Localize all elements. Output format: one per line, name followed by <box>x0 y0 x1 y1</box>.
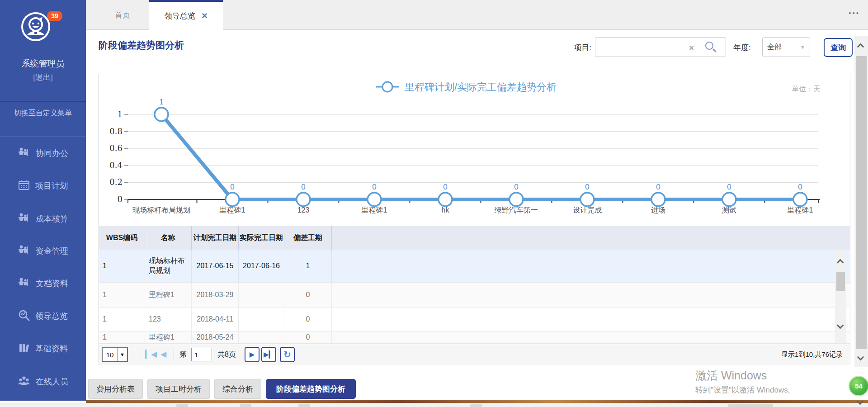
taskbar-icon[interactable] <box>176 404 188 407</box>
taskbar-tray[interactable] <box>728 404 773 407</box>
sidebar-item-4[interactable]: 资金管理 <box>0 240 86 262</box>
svg-text:里程碑1: 里程碑1 <box>788 206 813 214</box>
people-desk-icon <box>18 277 30 290</box>
svg-text:0.2: 0.2 <box>109 177 123 187</box>
svg-text:单位：天: 单位：天 <box>792 85 821 93</box>
sidebar-item-8[interactable]: 在线人员 <box>0 371 86 393</box>
pagination-summary: 显示1到10,共76记录 <box>781 350 843 359</box>
sidebar-item-1[interactable]: 协同办公 <box>0 142 86 164</box>
svg-text:0: 0 <box>118 194 123 204</box>
bottom-tab-4[interactable]: 阶段偏差趋势图分析 <box>266 379 356 399</box>
assistant-badge[interactable]: 54 <box>849 376 868 396</box>
table-row[interactable]: 1里程碑12018-05-240 <box>99 331 850 344</box>
people-desk-icon <box>18 245 30 258</box>
sidebar-item-5[interactable]: 文档资料 <box>0 273 86 294</box>
svg-text:进场: 进场 <box>651 206 665 214</box>
column-header[interactable]: WBS编码 <box>99 226 145 250</box>
bottom-tab-3[interactable]: 综合分析 <box>214 379 261 399</box>
switch-menu-link[interactable]: 切换至自定义菜单 <box>0 109 86 118</box>
next-page-button[interactable]: ▶ <box>245 347 259 362</box>
svg-text:0.6: 0.6 <box>109 143 123 153</box>
notification-badge[interactable]: 39 <box>47 11 62 21</box>
table-row[interactable]: 1现场标杆布局规划2017-06-152017-06-161 <box>99 250 850 283</box>
year-select[interactable]: 全部 ▼ <box>762 37 810 57</box>
refresh-button[interactable]: ↻ <box>280 347 295 362</box>
taskbar-icon[interactable] <box>240 404 251 407</box>
table-cell: 1 <box>284 250 332 282</box>
svg-text:0.4: 0.4 <box>109 161 123 170</box>
table-header: WBS编码名称计划完工日期实际完工日期偏差工期 <box>99 226 850 250</box>
table-cell: 里程碑1 <box>145 331 192 343</box>
sidebar: 39 系统管理员 [退出] 切换至自定义菜单 协同办公项目计划成本核算资金管理文… <box>0 0 86 401</box>
chart-magnifier-icon <box>18 309 30 323</box>
svg-text:123: 123 <box>297 206 310 214</box>
books-icon <box>18 342 30 355</box>
svg-text:0: 0 <box>372 183 376 191</box>
table-cell: 0 <box>284 331 332 343</box>
svg-text:里程碑1: 里程碑1 <box>220 206 245 214</box>
username: 系统管理员 <box>0 58 86 70</box>
table-cell: 1 <box>99 250 145 282</box>
column-header[interactable]: 偏差工期 <box>284 226 332 250</box>
pagination-bar: 10 ▼ ▎◀ ◀ 第 共8页 ▶ ▶▎ ↻ 显示1到10,共76记录 <box>99 344 850 365</box>
search-icon[interactable] <box>705 42 713 50</box>
first-page-icon[interactable]: ▎◀ <box>145 350 157 359</box>
table-row[interactable]: 11232018-04-110 <box>99 308 850 331</box>
table-cell: 0 <box>284 283 332 307</box>
total-pages-label: 共8页 <box>217 350 236 360</box>
table-cell <box>239 283 284 307</box>
sidebar-item-label: 基础资料 <box>35 343 68 354</box>
avatar[interactable] <box>21 12 51 42</box>
sidebar-item-6[interactable]: 领导总览 <box>0 305 86 327</box>
table-scroll-thumb[interactable] <box>836 272 845 291</box>
sidebar-item-label: 项目计划 <box>35 180 68 191</box>
table-cell <box>239 308 284 331</box>
tab-bar: 首页 领导总览 × ••• <box>86 0 868 30</box>
column-header[interactable]: 实际完工日期 <box>239 226 284 250</box>
bottom-tab-2[interactable]: 项目工时分析 <box>147 379 210 399</box>
table-row[interactable]: 1里程碑12018-03-290 <box>99 283 850 308</box>
year-value: 全部 <box>767 43 800 52</box>
windows-activation-title: 激活 Windows <box>695 368 767 383</box>
sidebar-item-label: 协同办公 <box>36 148 68 159</box>
sidebar-item-2[interactable]: 项目计划 <box>0 175 86 197</box>
bottom-tab-bar: 费用分析表项目工时分析综合分析阶段偏差趋势图分析 <box>88 379 356 399</box>
table-cell: 1 <box>99 283 145 307</box>
svg-text:hk: hk <box>442 206 450 214</box>
column-header[interactable]: 名称 <box>145 226 192 250</box>
sidebar-item-7[interactable]: 基础资料 <box>0 338 86 360</box>
prev-page-icon[interactable]: ◀ <box>160 350 166 359</box>
last-page-button[interactable]: ▶▎ <box>261 347 276 362</box>
sidebar-item-label: 成本核算 <box>36 213 68 224</box>
svg-text:0: 0 <box>301 183 305 191</box>
screen: 39 系统管理员 [退出] 切换至自定义菜单 协同办公项目计划成本核算资金管理文… <box>0 0 868 407</box>
table-cell: 里程碑1 <box>145 283 192 307</box>
logout-link[interactable]: [退出] <box>0 72 86 83</box>
tab-leadership-overview[interactable]: 领导总览 × <box>149 0 223 30</box>
people-group-icon <box>18 375 30 388</box>
page-title: 阶段偏差趋势图分析 <box>99 39 184 52</box>
close-icon[interactable]: × <box>202 11 208 21</box>
query-button[interactable]: 查询 <box>824 38 853 57</box>
page-number-input[interactable] <box>191 348 212 361</box>
taskbar-icon[interactable] <box>298 404 310 407</box>
content-scroll-thumb[interactable] <box>856 56 867 349</box>
people-desk-icon <box>18 147 30 160</box>
page-size-select[interactable]: 10 ▼ <box>102 347 128 362</box>
sidebar-item-3[interactable]: 成本核算 <box>0 208 86 230</box>
svg-text:0: 0 <box>727 183 731 191</box>
sidebar-item-label: 在线人员 <box>36 376 68 387</box>
divider <box>174 348 174 361</box>
bottom-tab-1[interactable]: 费用分析表 <box>88 379 143 399</box>
more-icon[interactable]: ••• <box>849 9 860 17</box>
table-cell: 2018-03-29 <box>192 283 239 307</box>
page-prefix-label: 第 <box>179 350 187 360</box>
clear-icon[interactable]: × <box>689 43 694 53</box>
tab-home[interactable]: 首页 <box>98 0 147 30</box>
sidebar-item-label: 资金管理 <box>36 246 68 256</box>
windows-activation-subtitle: 转到"设置"以激活 Windows。 <box>695 385 796 395</box>
column-header[interactable]: 计划完工日期 <box>192 226 239 250</box>
table-cell: 现场标杆布局规划 <box>145 250 192 282</box>
svg-text:里程碑1: 里程碑1 <box>362 206 387 214</box>
taskbar-icon[interactable] <box>470 404 482 407</box>
